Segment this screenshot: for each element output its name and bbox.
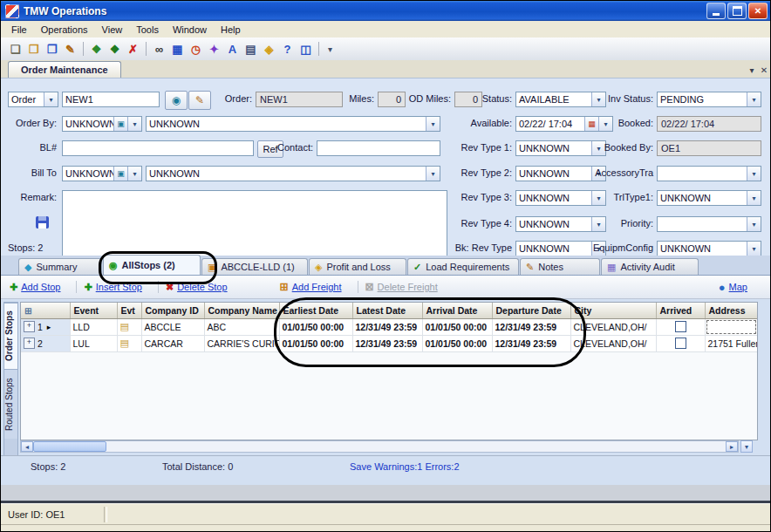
company-picker-icon[interactable]: ▣ (113, 167, 127, 181)
grid-corner-header[interactable]: ⊞ (21, 303, 70, 318)
side-tab-order-stops[interactable]: Order Stops (4, 303, 17, 369)
combo-arrow-icon[interactable]: ▾ (747, 167, 761, 181)
combo-arrow-icon[interactable]: ▾ (44, 92, 58, 106)
font-icon[interactable]: A (223, 40, 242, 58)
tab-load-requirements[interactable]: ✓ Load Requirements (407, 258, 519, 275)
menu-window[interactable]: Window (166, 23, 214, 37)
scroll-track[interactable] (33, 441, 726, 452)
menu-operations[interactable]: Operations (34, 23, 95, 37)
col-header-company-name[interactable]: Company Name (204, 303, 279, 318)
map-link[interactable]: Map (729, 282, 747, 292)
toolbar-overflow-icon[interactable]: ▾ (328, 44, 332, 54)
combo-arrow-icon[interactable]: ▾ (747, 191, 761, 205)
order-by-code-combo[interactable]: UNKNOWN ▣ ▾ (62, 116, 142, 132)
tab-abccle-lld[interactable]: ▣ ABCCLE-LLD (1) (201, 258, 308, 275)
col-header-city[interactable]: City (570, 303, 656, 318)
col-header-latest-date[interactable]: Latest Date (352, 303, 422, 318)
menu-file[interactable]: File (4, 23, 34, 37)
open-order-icon[interactable]: ❒ (24, 40, 43, 58)
cell-arrival-date[interactable]: 01/01/50 00:00 (422, 335, 492, 351)
cell-evt[interactable]: ▤ (117, 335, 141, 351)
find-icon[interactable]: ∞ (150, 40, 168, 58)
save-icon[interactable]: ❐ (43, 40, 61, 58)
order-lookup-button[interactable]: ◉ (165, 91, 188, 110)
close-button[interactable]: ✕ (748, 3, 768, 19)
unassign-book-icon[interactable]: ❖ (106, 40, 124, 58)
cell-earliest-date[interactable]: 01/01/50 00:00 (279, 335, 352, 351)
col-header-arrival-date[interactable]: Arrival Date (422, 303, 492, 318)
add-stop-link[interactable]: Add Stop (21, 282, 60, 292)
scroll-left-icon[interactable]: ◂ (21, 441, 33, 452)
cell-city[interactable]: CLEVELAND,OH/ (570, 318, 656, 335)
priority-combo[interactable]: ▾ (657, 216, 761, 232)
menu-view[interactable]: View (95, 23, 130, 37)
remark-save-icon[interactable] (36, 216, 49, 228)
cell-address[interactable]: 21751 Fuller A (705, 335, 757, 351)
side-tab-routed-stops[interactable]: Routed Stops (4, 369, 17, 439)
col-header-company-id[interactable]: Company ID (141, 303, 204, 318)
row-header-2[interactable]: + 2 (21, 335, 70, 351)
cell-departure-date[interactable]: 12/31/49 23:59 (492, 318, 570, 335)
print-icon[interactable]: ▤ (242, 40, 260, 58)
cell-company-id[interactable]: CARCAR (141, 335, 204, 351)
menu-tools[interactable]: Tools (129, 23, 166, 37)
arrived-checkbox[interactable] (675, 338, 686, 349)
scroll-down-icon[interactable]: ▾ (740, 440, 753, 453)
col-header-address[interactable]: Address (705, 303, 757, 318)
company-picker-icon[interactable]: ▣ (113, 117, 127, 131)
expand-row-icon[interactable]: + (24, 321, 35, 332)
remark-textarea[interactable] (62, 190, 447, 256)
cell-address[interactable] (705, 318, 757, 335)
bill-to-code-combo[interactable]: UNKNOWN ▣ ▾ (62, 166, 142, 181)
web-tools-icon[interactable]: ✦ (205, 40, 223, 58)
tab-list-icon[interactable]: ▾ (746, 65, 758, 75)
cell-earliest-date[interactable]: 01/01/50 00:00 (279, 318, 352, 335)
maximize-button[interactable] (727, 3, 747, 19)
combo-arrow-icon[interactable]: ▾ (747, 92, 761, 106)
tab-summary[interactable]: ◆ Summary (18, 258, 102, 275)
tab-profit-and-loss[interactable]: ◈ Profit and Loss (309, 258, 406, 275)
tab-close-icon[interactable]: ✕ (758, 65, 770, 75)
inv-status-combo[interactable]: PENDING ▾ (657, 92, 761, 107)
cell-company-id[interactable]: ABCCLE (141, 318, 204, 335)
combo-arrow-icon[interactable]: ▾ (747, 242, 761, 256)
minimize-button[interactable] (706, 3, 726, 19)
cell-company-name[interactable]: ABC (204, 318, 279, 335)
expand-row-icon[interactable]: + (24, 338, 35, 349)
stop-note-icon[interactable]: ▤ (120, 321, 129, 331)
col-header-arrived[interactable]: Arrived (656, 303, 705, 318)
insert-stop-link[interactable]: Insert Stop (96, 282, 142, 292)
accessory-combo[interactable]: ▾ (657, 166, 761, 181)
help-icon[interactable]: ? (278, 40, 297, 58)
delete-icon[interactable]: ✗ (124, 40, 142, 58)
delete-stop-link[interactable]: Delete Stop (177, 282, 227, 292)
menu-help[interactable]: Help (214, 23, 248, 37)
bill-to-name-combo[interactable]: UNKNOWN ▾ (146, 166, 440, 181)
clock-icon[interactable]: ◷ (187, 40, 205, 58)
cell-event[interactable]: LUL (70, 335, 117, 351)
tab-notes[interactable]: ✎ Notes (520, 258, 600, 275)
assign-book-icon[interactable]: ❖ (87, 40, 106, 58)
order-by-name-combo[interactable]: UNKNOWN ▾ (146, 116, 440, 132)
col-header-evt[interactable]: Evt (117, 303, 141, 318)
equip-config-combo[interactable]: UNKNOWN ▾ (657, 241, 761, 256)
cell-company-name[interactable]: CARRIE'S CURIOSI... (204, 335, 279, 351)
add-freight-link[interactable]: Add Freight (292, 282, 342, 292)
system-monitor-icon[interactable]: ▦ (168, 40, 187, 58)
save-warnings-link[interactable]: Save Warnings:1 Errors:2 (350, 461, 460, 472)
order-edit-button[interactable]: ✎ (188, 91, 211, 110)
trl-type1-combo[interactable]: UNKNOWN ▾ (657, 190, 761, 206)
row-header-1[interactable]: + 1 ▸ (21, 318, 70, 335)
col-header-earliest-date[interactable]: Earliest Date (279, 303, 352, 318)
new-order-icon[interactable]: ❏ (6, 40, 24, 58)
bl-input[interactable] (62, 140, 254, 156)
cell-event[interactable]: LLD (70, 318, 117, 335)
arrived-checkbox[interactable] (675, 321, 686, 332)
cell-departure-date[interactable]: 12/31/49 23:59 (492, 335, 570, 351)
exit-grid-icon[interactable]: ◫ (297, 40, 315, 58)
save-edit-icon[interactable]: ✎ (61, 40, 79, 58)
col-header-event[interactable]: Event (70, 303, 117, 318)
cell-arrived[interactable] (656, 335, 705, 351)
cell-evt[interactable]: ▤ (117, 318, 141, 335)
cell-arrived[interactable] (656, 318, 705, 335)
